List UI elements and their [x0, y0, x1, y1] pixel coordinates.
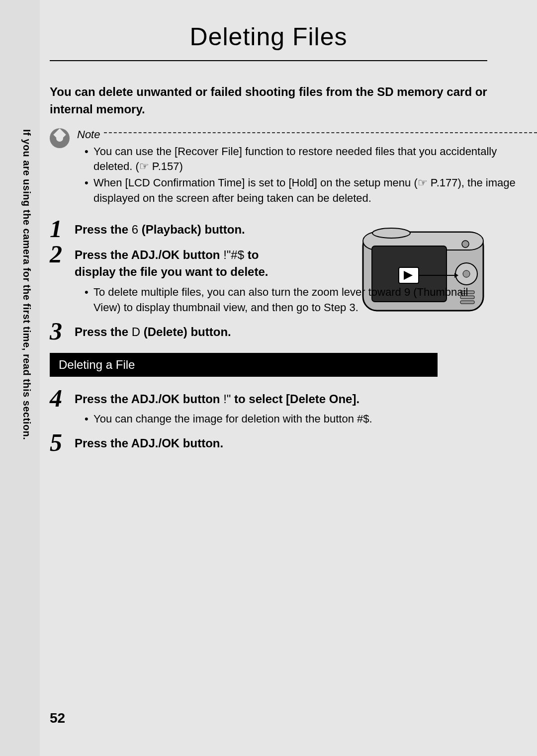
step-sub-symbol: 9 [404, 286, 410, 298]
step-sub-text: . [369, 413, 372, 425]
step-text: Press the ADJ./OK button [75, 248, 223, 261]
step-sub-item: To delete multiple files, you can also t… [85, 285, 487, 316]
note-dashes [104, 132, 537, 133]
note-item: When [LCD Confirmation Time] is set to [… [85, 175, 537, 206]
step-number: 1 [50, 214, 62, 243]
step-number: 3 [50, 317, 62, 345]
step-number: 4 [50, 384, 62, 413]
step-text: Press the ADJ./OK button [75, 392, 223, 406]
step-sub-symbol: #$ [357, 413, 369, 425]
step-1: 1 Press the 6 (Playback) button. [50, 221, 487, 239]
step-text: (Playback) button. [138, 223, 245, 236]
step-5: 5 Press the ADJ./OK button. [50, 435, 487, 452]
step-symbol: !" [223, 392, 231, 406]
step-2: 2 Press the ADJ./OK button !"#$ to displ… [50, 247, 487, 316]
steps-area: 1 Press the 6 (Playback) button. 2 Press… [50, 221, 487, 452]
step-symbol: 6 [132, 223, 138, 236]
step-number: 5 [50, 428, 62, 457]
side-vertical-note: If you are using the camera for the firs… [21, 129, 32, 440]
intro-paragraph: You can delete unwanted or failed shooti… [50, 84, 487, 118]
step-sub-text: You can change the image for deletion wi… [93, 413, 357, 425]
step-text: Press the ADJ./OK button. [75, 435, 487, 452]
note-block: Note You can use the [Recover File] func… [50, 128, 537, 206]
step-3: 3 Press the D (Delete) button. [50, 324, 487, 341]
note-item: You can use the [Recover File] function … [85, 144, 537, 175]
left-margin-tab [0, 0, 40, 756]
step-number: 2 [50, 240, 62, 268]
note-label: Note [77, 128, 100, 141]
step-symbol: D [132, 325, 140, 338]
page-number: 52 [50, 710, 65, 726]
step-sub-text: To delete multiple files, you can also t… [93, 286, 404, 298]
step-text: Press the [75, 223, 132, 236]
note-icon [50, 128, 70, 148]
page-content: Deleting Files You can delete unwanted o… [50, 0, 537, 460]
step-text: Press the [75, 325, 132, 338]
step-4: 4 Press the ADJ./OK button !" to select … [50, 391, 487, 427]
section-heading: Deleting a File [50, 353, 438, 377]
step-symbol: !"#$ [223, 248, 244, 261]
step-sub-item: You can change the image for deletion wi… [85, 412, 487, 427]
step-text: (Delete) button. [140, 325, 231, 338]
step-text: to select [Delete One]. [231, 392, 359, 406]
page-title: Deleting Files [50, 22, 487, 61]
